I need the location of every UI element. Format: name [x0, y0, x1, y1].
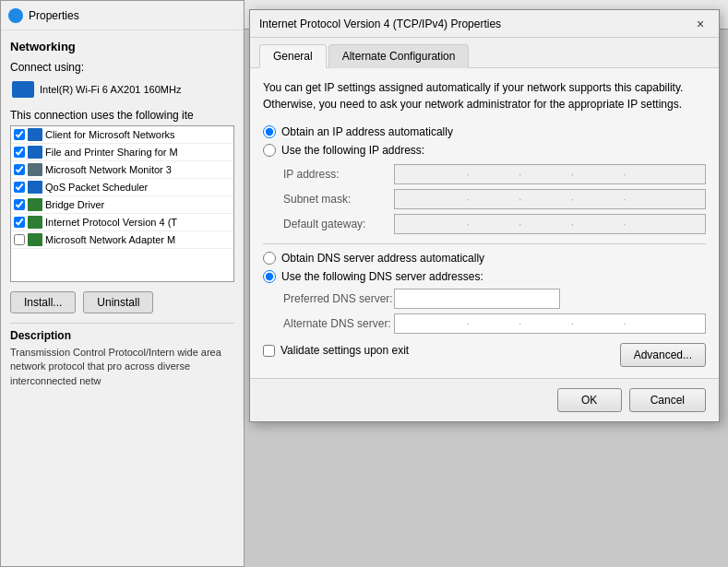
manual-dns-label: Use the following DNS server addresses:	[281, 270, 483, 283]
dns-fields: Preferred DNS server: Alternate DNS serv…	[283, 289, 706, 334]
networking-title: Networking	[10, 40, 234, 53]
list-item[interactable]: Microsoft Network Monitor 3	[11, 161, 233, 179]
auto-dns-label: Obtain DNS server address automatically	[281, 252, 484, 265]
adapter-row: Intel(R) Wi-Fi 6 AX201 160MHz	[10, 79, 234, 100]
manual-dns-row: Use the following DNS server addresses:	[263, 270, 706, 283]
manual-ip-row: Use the following IP address:	[263, 144, 706, 157]
item-label-2: File and Printer Sharing for M	[45, 147, 178, 158]
preferred-dns-label: Preferred DNS server:	[283, 292, 394, 305]
item-checkbox-5[interactable]	[14, 199, 25, 210]
install-button[interactable]: Install...	[10, 291, 76, 313]
properties-titlebar: Properties	[1, 1, 244, 30]
manual-ip-label: Use the following IP address:	[281, 144, 424, 157]
preferred-dns-input[interactable]	[394, 289, 560, 309]
item-icon-1	[28, 128, 42, 141]
separator	[263, 243, 706, 244]
subnet-mask-input[interactable]: · · · ·	[394, 189, 706, 209]
list-item[interactable]: Client for Microsoft Networks	[11, 126, 233, 144]
list-label: This connection uses the following ite	[10, 109, 234, 122]
subnet-mask-label: Subnet mask:	[283, 193, 394, 206]
item-checkbox-4[interactable]	[14, 182, 25, 193]
properties-icon	[8, 8, 23, 23]
dns-section: Obtain DNS server address automatically …	[263, 252, 706, 334]
default-gateway-input[interactable]: · · · ·	[394, 214, 706, 234]
list-item[interactable]: Microsoft Network Adapter M	[11, 231, 233, 249]
alternate-dns-label: Alternate DNS server:	[283, 317, 394, 330]
item-checkbox-1[interactable]	[14, 129, 25, 140]
alternate-dns-row: Alternate DNS server: · · · ·	[283, 313, 706, 334]
gateway-dot-placeholder: · · · ·	[466, 218, 633, 230]
alternate-dns-input[interactable]: · · · ·	[394, 313, 706, 334]
item-icon-3	[28, 163, 42, 176]
validate-advanced-row: Validate settings upon exit Advanced...	[263, 343, 706, 367]
ip-dot-placeholder: · · · ·	[466, 168, 633, 181]
auto-dns-radio[interactable]	[263, 252, 276, 265]
adapter-icon	[12, 81, 34, 98]
item-checkbox-6[interactable]	[14, 217, 25, 228]
ok-button[interactable]: OK	[557, 388, 622, 412]
dialog-body: You can get IP settings assigned automat…	[250, 68, 719, 378]
item-checkbox-2[interactable]	[14, 147, 25, 158]
item-checkbox-7[interactable]	[14, 234, 25, 245]
list-item[interactable]: Internet Protocol Version 4 (T	[11, 214, 233, 231]
auto-ip-radio[interactable]	[263, 125, 276, 138]
default-gateway-row: Default gateway: · · · ·	[283, 214, 706, 234]
cancel-button[interactable]: Cancel	[629, 388, 706, 412]
components-list[interactable]: Client for Microsoft Networks File and P…	[10, 125, 234, 282]
tab-alternate-config[interactable]: Alternate Configuration	[328, 44, 470, 68]
ip-address-label: IP address:	[283, 168, 394, 181]
subnet-mask-row: Subnet mask: · · · ·	[283, 189, 706, 209]
validate-row: Validate settings upon exit	[263, 344, 409, 357]
item-icon-4	[28, 181, 42, 194]
tab-general[interactable]: General	[259, 44, 327, 68]
advanced-button[interactable]: Advanced...	[620, 343, 706, 367]
item-label-4: QoS Packet Scheduler	[45, 182, 148, 193]
default-gateway-label: Default gateway:	[283, 218, 394, 230]
ip-fields: IP address: · · · · Subnet mask: · · · ·…	[283, 164, 706, 234]
dialog-titlebar: Internet Protocol Version 4 (TCP/IPv4) P…	[250, 10, 719, 38]
item-icon-6	[28, 216, 42, 229]
item-icon-5	[28, 198, 42, 211]
connect-label: Connect using:	[10, 61, 234, 74]
item-icon-7	[28, 233, 42, 246]
subnet-dot-placeholder: · · · ·	[466, 193, 633, 206]
ip-address-row: IP address: · · · ·	[283, 164, 706, 184]
properties-title: Properties	[29, 9, 79, 22]
adapter-name: Intel(R) Wi-Fi 6 AX201 160MHz	[40, 84, 181, 95]
item-label-1: Client for Microsoft Networks	[45, 129, 175, 140]
manual-ip-radio[interactable]	[263, 144, 276, 157]
auto-ip-row: Obtain an IP address automatically	[263, 125, 706, 138]
auto-dns-row: Obtain DNS server address automatically	[263, 252, 706, 265]
validate-checkbox[interactable]	[263, 345, 275, 357]
list-item[interactable]: Bridge Driver	[11, 196, 233, 214]
description-text: Transmission Control Protocol/Intern wid…	[10, 346, 234, 388]
item-icon-2	[28, 146, 42, 159]
tcp-ipv4-dialog: Internet Protocol Version 4 (TCP/IPv4) P…	[249, 9, 720, 422]
info-text: You can get IP settings assigned automat…	[263, 79, 706, 112]
item-checkbox-3[interactable]	[14, 164, 25, 175]
list-item[interactable]: File and Printer Sharing for M	[11, 144, 233, 161]
uninstall-button[interactable]: Uninstall	[83, 291, 153, 313]
auto-ip-label: Obtain an IP address automatically	[281, 125, 453, 138]
dialog-footer: OK Cancel	[250, 378, 719, 421]
ip-address-input[interactable]: · · · ·	[394, 164, 706, 184]
item-label-5: Bridge Driver	[45, 199, 104, 210]
alternate-dot-placeholder: · · · ·	[466, 317, 633, 330]
item-label-7: Microsoft Network Adapter M	[45, 234, 175, 245]
list-item[interactable]: QoS Packet Scheduler	[11, 179, 233, 196]
preferred-dns-row: Preferred DNS server:	[283, 289, 706, 309]
dialog-title: Internet Protocol Version 4 (TCP/IPv4) P…	[259, 18, 501, 30]
dialog-close-button[interactable]: ×	[691, 15, 710, 33]
item-label-6: Internet Protocol Version 4 (T	[45, 217, 177, 228]
properties-window: Properties Networking Connect using: Int…	[0, 0, 245, 567]
item-label-3: Microsoft Network Monitor 3	[45, 164, 172, 175]
dialog-tabs: General Alternate Configuration	[250, 38, 719, 68]
validate-label: Validate settings upon exit	[280, 344, 409, 357]
ip-radio-group: Obtain an IP address automatically Use t…	[263, 125, 706, 157]
description-title: Description	[10, 329, 234, 342]
manual-dns-radio[interactable]	[263, 270, 276, 283]
